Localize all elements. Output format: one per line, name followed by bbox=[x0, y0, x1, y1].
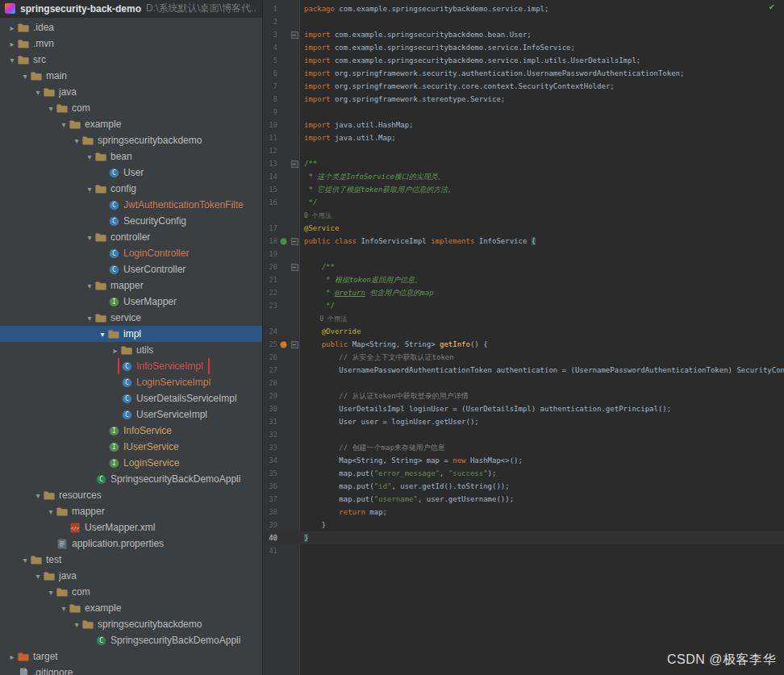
tree-item-src[interactable]: ▾src bbox=[0, 52, 262, 68]
code-line-19[interactable]: 19 bbox=[263, 248, 784, 260]
chevron-down-icon[interactable]: ▾ bbox=[32, 491, 44, 500]
code-line-35[interactable]: 35 map.put("error_message", "success"); bbox=[263, 467, 784, 480]
code-line-6[interactable]: 6import org.springframework.security.aut… bbox=[263, 67, 784, 80]
tree-item-usermapper[interactable]: IUserMapper bbox=[0, 294, 262, 310]
chevron-down-icon[interactable]: ▾ bbox=[84, 233, 95, 242]
tree-item-com[interactable]: ▾com bbox=[0, 584, 262, 600]
code-line-13[interactable]: 13−/** bbox=[263, 157, 784, 170]
tree-item-resources[interactable]: ▾resources bbox=[0, 487, 262, 503]
chevron-down-icon[interactable]: ▾ bbox=[32, 572, 44, 581]
code-line-26[interactable]: 26 // 从安全上下文中获取认证token bbox=[263, 351, 784, 364]
tree-item-java[interactable]: ▾java bbox=[0, 568, 262, 584]
tree-item-usermapper-xml[interactable]: </>UserMapper.xml bbox=[0, 519, 262, 535]
code-line-32[interactable]: 32 bbox=[263, 428, 784, 441]
code-line-28[interactable]: 28 bbox=[263, 377, 784, 390]
fold-marker-icon[interactable]: − bbox=[289, 260, 300, 273]
tree-item-controller[interactable]: ▾controller bbox=[0, 229, 262, 245]
tree-item-logincontroller[interactable]: CLoginController bbox=[0, 245, 262, 261]
tree-item-springsecuritybackdemo[interactable]: ▾springsecuritybackdemo bbox=[0, 616, 262, 632]
tree-item-utils[interactable]: ▸utils bbox=[0, 342, 262, 358]
code-line-33[interactable]: 33 // 创建一个map来存储用户信息 bbox=[263, 441, 784, 454]
tree-item-com[interactable]: ▾com bbox=[0, 100, 262, 116]
code-line-8[interactable]: 8import org.springframework.stereotype.S… bbox=[263, 93, 784, 106]
code-line-27[interactable]: 27 UsernamePasswordAuthenticationToken a… bbox=[263, 364, 784, 377]
code-line-7[interactable]: 7import org.springframework.security.cor… bbox=[263, 80, 784, 93]
chevron-down-icon[interactable]: ▾ bbox=[45, 507, 56, 516]
code-line-11[interactable]: 11import java.util.Map; bbox=[263, 131, 784, 144]
tree-item-springsecuritybackdemoappli[interactable]: CSpringsecurityBackDemoAppli bbox=[0, 471, 262, 487]
chevron-right-icon[interactable]: ▸ bbox=[6, 23, 18, 32]
chevron-down-icon[interactable]: ▾ bbox=[58, 120, 69, 129]
chevron-down-icon[interactable]: ▾ bbox=[45, 104, 56, 113]
fold-marker-icon[interactable]: − bbox=[289, 28, 300, 41]
tree-item-application-properties[interactable]: application.properties bbox=[0, 535, 262, 552]
chevron-down-icon[interactable]: ▾ bbox=[19, 556, 31, 565]
code-line-24[interactable]: 24 @Override bbox=[263, 325, 784, 338]
code-line-34[interactable]: 34 Map<String, String> map = new HashMap… bbox=[263, 454, 784, 467]
code-line-5[interactable]: 5import com.example.springsecuritybackde… bbox=[263, 54, 784, 67]
code-line-4[interactable]: 4import com.example.springsecuritybackde… bbox=[263, 41, 784, 54]
chevron-down-icon[interactable]: ▾ bbox=[19, 72, 31, 81]
tree-item-infoserviceimpl[interactable]: CInfoServiceImpl bbox=[0, 358, 262, 374]
chevron-right-icon[interactable]: ▸ bbox=[6, 652, 18, 661]
tree-item-gitignore[interactable]: .gitignore bbox=[0, 665, 262, 675]
chevron-down-icon[interactable]: ▾ bbox=[84, 314, 95, 323]
tree-item-mvn[interactable]: ▸.mvn bbox=[0, 35, 262, 52]
tree-item-user[interactable]: CUser bbox=[0, 165, 262, 181]
code-line-10[interactable]: 10import java.util.HashMap; bbox=[263, 119, 784, 131]
code-editor[interactable]: 1package com.example.springsecuritybackd… bbox=[263, 0, 784, 675]
project-name[interactable]: springsecurity-back-demo bbox=[20, 3, 141, 15]
code-line-20[interactable]: 20− /** bbox=[263, 260, 784, 273]
fold-marker-icon[interactable]: − bbox=[289, 235, 300, 248]
tree-item-example[interactable]: ▾example bbox=[0, 600, 262, 616]
code-line-37[interactable]: 37 map.put("username", user.getUsername(… bbox=[263, 493, 784, 506]
fold-marker-icon[interactable]: − bbox=[289, 338, 300, 351]
tree-item-userserviceimpl[interactable]: CUserServiceImpl bbox=[0, 406, 262, 423]
tree-item-config[interactable]: ▾config bbox=[0, 181, 262, 197]
tree-item-impl[interactable]: ▾impl bbox=[0, 326, 262, 342]
tree-item-idea[interactable]: ▸.idea bbox=[0, 19, 262, 35]
code-line-36[interactable]: 36 map.put("id", user.getId().toString()… bbox=[263, 480, 784, 493]
tree-item-iuserservice[interactable]: IIUserService bbox=[0, 439, 262, 455]
tree-item-bean[interactable]: ▾bean bbox=[0, 148, 262, 165]
chevron-down-icon[interactable]: ▾ bbox=[84, 185, 95, 194]
tree-item-java[interactable]: ▾java bbox=[0, 84, 262, 100]
code-line-9[interactable]: 9 bbox=[263, 106, 784, 119]
code-line-39[interactable]: 39 } bbox=[263, 519, 784, 531]
tree-item-usercontroller[interactable]: CUserController bbox=[0, 261, 262, 277]
chevron-down-icon[interactable]: ▾ bbox=[6, 56, 18, 65]
tree-item-target[interactable]: ▸target bbox=[0, 648, 262, 665]
tree-item-springsecuritybackdemoappli[interactable]: CSpringsecurityBackDemoAppli bbox=[0, 632, 262, 648]
code-line-29[interactable]: 29 // 从认证token中获取登录的用户详情 bbox=[263, 390, 784, 402]
overrides-gutter-icon[interactable] bbox=[277, 338, 289, 351]
chevron-down-icon[interactable]: ▾ bbox=[71, 136, 82, 145]
tree-item-infoservice[interactable]: IInfoService bbox=[0, 423, 262, 439]
chevron-down-icon[interactable]: ▾ bbox=[58, 604, 69, 613]
inlay-hint-line[interactable]: 0 个用法 bbox=[263, 209, 784, 222]
tree-item-main[interactable]: ▾main bbox=[0, 68, 262, 84]
code-line-15[interactable]: 15 * 它提供了根据token获取用户信息的方法。 bbox=[263, 183, 784, 196]
code-line-23[interactable]: 23 */ bbox=[263, 299, 784, 312]
code-line-30[interactable]: 30 UserDetailsImpl loginUser = (UserDeta… bbox=[263, 402, 784, 415]
code-line-31[interactable]: 31 User user = loginUser.getUser(); bbox=[263, 415, 784, 428]
code-line-41[interactable]: 41 bbox=[263, 544, 784, 557]
code-line-3[interactable]: 3−import com.example.springsecuritybackd… bbox=[263, 28, 784, 41]
chevron-down-icon[interactable]: ▾ bbox=[97, 330, 108, 339]
tree-item-test[interactable]: ▾test bbox=[0, 552, 262, 568]
code-line-14[interactable]: 14 * 这个类是InfoService接口的实现类。 bbox=[263, 170, 784, 183]
inspection-ok-icon[interactable]: ✔ bbox=[769, 2, 774, 12]
chevron-down-icon[interactable]: ▾ bbox=[71, 620, 82, 629]
code-line-12[interactable]: 12 bbox=[263, 144, 784, 157]
code-line-40[interactable]: 40} bbox=[263, 531, 784, 544]
code-line-22[interactable]: 22 * @return 包含用户信息的map bbox=[263, 286, 784, 299]
tree-item-userdetailsserviceimpl[interactable]: CUserDetailsServiceImpl bbox=[0, 390, 262, 406]
code-line-25[interactable]: 25− public Map<String, String> getInfo()… bbox=[263, 338, 784, 351]
inlay-hint-line[interactable]: 0 个用法 bbox=[263, 312, 784, 325]
tree-item-mapper[interactable]: ▾mapper bbox=[0, 503, 262, 519]
code-line-18[interactable]: 18−public class InfoServiceImpl implemen… bbox=[263, 235, 784, 248]
code-line-1[interactable]: 1package com.example.springsecuritybackd… bbox=[263, 2, 784, 15]
tree-item-loginserviceimpl[interactable]: CLoginServiceImpl bbox=[0, 374, 262, 390]
code-line-16[interactable]: 16 */ bbox=[263, 196, 784, 209]
fold-marker-icon[interactable]: − bbox=[289, 157, 300, 170]
tree-item-securityconfig[interactable]: CSecurityConfig bbox=[0, 213, 262, 229]
